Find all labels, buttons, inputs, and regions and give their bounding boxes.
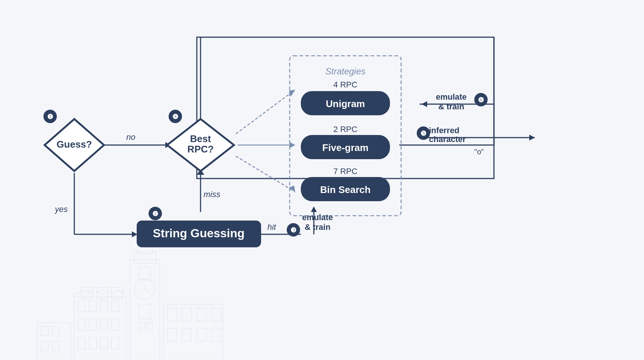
best-rpc-label1: Best [190, 133, 211, 144]
diagram-container: no miss yes hit [0, 0, 644, 360]
best-rpc-label2: RPC? [188, 144, 214, 155]
step6-label: ❻ [478, 96, 484, 104]
svg-line-52 [236, 91, 293, 134]
svg-marker-71 [311, 206, 317, 212]
emulate-train-3-line1: emulate [302, 213, 333, 222]
unigram-rpc-label: 4 RPC [334, 80, 358, 89]
step5-label: ❺ [420, 130, 426, 137]
step4-label: ❹ [172, 113, 178, 120]
svg-marker-61 [422, 101, 427, 107]
no-label: no [126, 132, 135, 142]
main-diagram: no miss yes hit [0, 0, 644, 360]
fivegram-rpc-label: 2 RPC [334, 125, 358, 134]
binsearch-rpc-label: 7 RPC [334, 167, 358, 176]
miss-label: miss [204, 190, 220, 199]
step2-label: ❷ [152, 210, 158, 218]
binsearch-label: Bin Search [320, 184, 371, 195]
hit-label: hit [267, 222, 276, 232]
guess-label: Guess? [56, 139, 92, 150]
emulate-train-6-line1: emulate [436, 92, 466, 102]
svg-line-56 [236, 156, 293, 191]
string-guessing-label: String Guessing [153, 226, 244, 240]
yes-label: yes [54, 205, 68, 214]
emulate-train-6-line2: & train [438, 102, 464, 111]
svg-marker-63 [529, 135, 535, 141]
char-value: "o" [474, 148, 484, 156]
svg-marker-68 [132, 231, 137, 237]
step3-label: ❸ [290, 226, 296, 234]
fivegram-label: Five-gram [322, 142, 368, 153]
inferred-char-line1: inferred [429, 126, 459, 135]
unigram-label: Unigram [326, 98, 365, 109]
emulate-train-3-line2: & train [305, 222, 331, 232]
inferred-char-line2: character [429, 135, 466, 144]
strategies-title: Strategies [325, 66, 365, 76]
step1-label: ❶ [47, 113, 53, 120]
svg-marker-55 [290, 142, 295, 148]
